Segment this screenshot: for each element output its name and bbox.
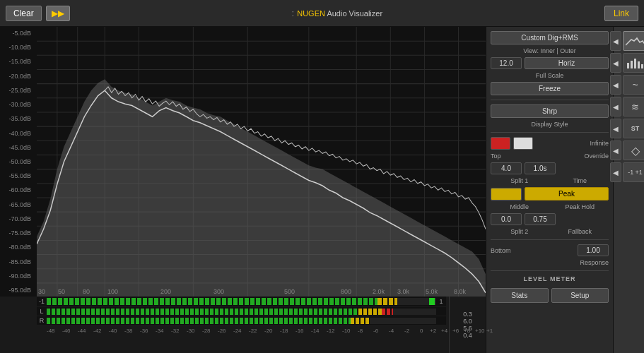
- scale-minus40: -40: [109, 328, 117, 334]
- title-rest: Audio Visualizer: [325, 9, 382, 18]
- horiz-button[interactable]: Horiz: [525, 57, 609, 69]
- svg-rect-31: [631, 61, 633, 68]
- clear-button[interactable]: Clear: [6, 6, 42, 21]
- svg-rect-34: [641, 64, 643, 68]
- plus1-label: +1: [635, 169, 642, 176]
- freeze-button[interactable]: Freeze: [491, 82, 609, 95]
- sidebar-sweep-arrow[interactable]: ◀: [610, 97, 621, 116]
- x-label-5k: 5.0k: [426, 288, 438, 295]
- x-label-8k: 8.0k: [454, 288, 466, 295]
- scale-minus36: -36: [140, 328, 148, 334]
- sidebar-left-arrow[interactable]: ◀: [610, 31, 621, 51]
- y-label: -55.0dB: [0, 172, 34, 179]
- topbar: Clear ▶▶ :NUGEN Audio Visualizer Link: [0, 0, 644, 27]
- scale-minus44: -44: [78, 328, 86, 334]
- time-input[interactable]: [525, 162, 556, 174]
- link-button[interactable]: Link: [604, 6, 638, 21]
- sidebar-wave-row: ◀ ~: [610, 75, 645, 95]
- sidebar-bars-btn[interactable]: [623, 53, 645, 73]
- x-label-80: 80: [83, 288, 90, 295]
- sidebar-sweep-btn[interactable]: ≋: [623, 97, 645, 116]
- sidebar-wave-arrow[interactable]: ◀: [610, 75, 621, 95]
- y-label: -25.0dB: [0, 87, 34, 94]
- scale-minus6: -6: [373, 328, 378, 334]
- divider1: [491, 100, 609, 100]
- response-input[interactable]: [578, 244, 609, 256]
- scale-minus38: -38: [124, 328, 133, 334]
- middle-label: Middle: [491, 203, 549, 210]
- y-label: -50.0dB: [0, 158, 34, 165]
- sidebar-wave-btn[interactable]: ~: [623, 75, 645, 95]
- x-label-3k: 3.0k: [397, 288, 409, 295]
- scale-minus32: -32: [171, 328, 180, 334]
- override-label: Override: [551, 152, 609, 160]
- stats-button[interactable]: Stats: [491, 288, 549, 303]
- sidebar-minus1-arrow[interactable]: ◀: [610, 162, 621, 182]
- sidebar-st-row: ◀ ST: [610, 119, 645, 138]
- y-axis: -5.0dB -10.0dB -15.0dB -20.0dB -25.0dB -…: [0, 27, 37, 297]
- setup-button[interactable]: Setup: [551, 288, 609, 303]
- scale-plus10: +10: [475, 328, 485, 334]
- scale-horiz-row: Horiz: [491, 57, 609, 69]
- scale-plus1: +1: [486, 328, 493, 334]
- level-val2: 6.0: [463, 318, 472, 325]
- override-color-swatch[interactable]: [513, 137, 533, 150]
- scale-minus16: -16: [295, 328, 304, 334]
- minus-one-label: -1: [37, 298, 47, 305]
- sidebar-diamond-btn[interactable]: ◇: [623, 140, 645, 160]
- sidebar-minus1-row: ◀ -1 +1: [610, 162, 645, 182]
- scale-minus42: -42: [93, 328, 102, 334]
- l-meter-bar: L: [37, 307, 446, 316]
- sidebar-arrow-row: ◀: [610, 31, 645, 51]
- svg-rect-32: [634, 59, 636, 68]
- split1-input[interactable]: [491, 162, 522, 174]
- y-label: -75.0dB: [0, 229, 34, 237]
- sidebar-st-arrow[interactable]: ◀: [610, 119, 621, 138]
- split1-label: Split 1: [491, 177, 549, 184]
- x-label-300: 300: [213, 288, 224, 295]
- scale-minus34: -34: [156, 328, 164, 334]
- sidebar-minus1-btn[interactable]: -1 +1: [623, 162, 645, 182]
- scale-minus8: -8: [358, 328, 363, 334]
- scale-plus2: +2: [430, 328, 436, 334]
- split1-time-row: [491, 162, 609, 174]
- sidebar-st-btn[interactable]: ST: [623, 119, 645, 138]
- sidebar-bars-arrow[interactable]: ◀: [610, 53, 621, 73]
- fallback-input[interactable]: [525, 213, 556, 225]
- app-title: :NUGEN Audio Visualizer: [292, 8, 382, 18]
- r-meter-track: [47, 318, 436, 324]
- sidebar-spectrum-btn[interactable]: [623, 31, 645, 51]
- scale-minus22: -22: [249, 328, 257, 334]
- color-row: Infinite: [491, 137, 609, 150]
- level-meter-label: LEVEL METER: [491, 275, 609, 282]
- peak-button[interactable]: Peak: [525, 187, 609, 201]
- top-color-swatch[interactable]: [491, 137, 510, 150]
- y-label: -90.0dB: [0, 273, 34, 280]
- scale-input[interactable]: [491, 57, 522, 69]
- mono-meter-track: [47, 298, 436, 305]
- sidebar-diamond-row: ◀ ◇: [610, 140, 645, 160]
- sidebar-diamond-arrow[interactable]: ◀: [610, 140, 621, 160]
- preset-button[interactable]: Custom Dig+RMS: [491, 31, 609, 44]
- y-label: -30.0dB: [0, 101, 34, 108]
- y-label: -15.0dB: [0, 58, 34, 65]
- middle-color-swatch[interactable]: [491, 188, 522, 201]
- svg-rect-33: [638, 61, 640, 68]
- infinite-label: Infinite: [590, 140, 609, 147]
- x-label-100: 100: [107, 288, 118, 295]
- scale-row: -48 -46 -44 -42 -40 -38 -36 -34 -32 -30 …: [37, 325, 446, 335]
- fallback-label: Fallback: [551, 228, 609, 235]
- y-label: -80.0dB: [0, 244, 34, 251]
- split2-fallback-labels: Split 2 Fallback: [491, 228, 609, 235]
- level-val1: 0.3: [463, 311, 472, 318]
- forward-button[interactable]: ▶▶: [46, 6, 70, 21]
- response-label: Response: [491, 259, 609, 266]
- y-label: -5.0dB: [0, 30, 34, 37]
- view-label: View: Inner | Outer: [491, 47, 609, 54]
- mono-end-indicator: [429, 298, 435, 305]
- split2-input[interactable]: [491, 213, 522, 225]
- y-label: -65.0dB: [0, 201, 34, 208]
- shrp-button[interactable]: Shrp: [491, 104, 609, 118]
- mono-yellow-fill: [377, 298, 397, 305]
- mono-green-fill: [47, 298, 377, 305]
